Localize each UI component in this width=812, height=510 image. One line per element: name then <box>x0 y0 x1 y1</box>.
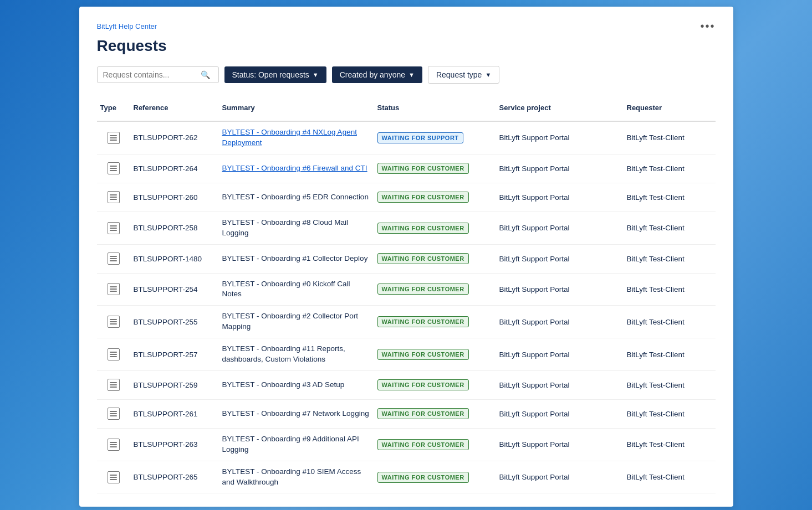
summary-text: BYLTEST - Onboarding #0 Kickoff Call Not… <box>222 280 350 298</box>
request-type-filter-button[interactable]: Request type ▼ <box>428 66 499 84</box>
service-project-cell: BitLyft Support Portal <box>496 375 624 395</box>
table-row: BTLSUPPORT-262BYLTEST - Onboarding #4 NX… <box>97 122 716 154</box>
reference-cell: BTLSUPPORT-255 <box>130 312 219 332</box>
reference-cell: BTLSUPPORT-259 <box>130 375 219 395</box>
table-row: BTLSUPPORT-255BYLTEST - Onboarding #2 Co… <box>97 306 716 338</box>
requester-cell: BitLyft Test-Client <box>624 128 712 147</box>
status-badge: WAITING FOR CUSTOMER <box>377 408 469 419</box>
requester-cell: BitLyft Test-Client <box>624 218 712 238</box>
status-cell: WAITING FOR SUPPORT <box>374 127 496 149</box>
status-badge: WAITING FOR CUSTOMER <box>377 472 469 483</box>
ticket-type-icon <box>108 132 120 144</box>
summary-text: BYLTEST - Onboarding #2 Collector Port M… <box>222 312 359 331</box>
main-container: BitLyft Help Center ••• Requests 🔍 Statu… <box>79 7 733 507</box>
status-cell: WAITING FOR CUSTOMER <box>374 157 496 179</box>
col-header-requester: Requester <box>624 99 712 116</box>
col-header-status: Status <box>374 99 496 116</box>
reference-cell: BTLSUPPORT-261 <box>130 404 219 424</box>
requester-cell: BitLyft Test-Client <box>624 435 712 454</box>
requester-cell: BitLyft Test-Client <box>624 467 712 487</box>
status-badge: WAITING FOR CUSTOMER <box>377 379 469 390</box>
requests-table: Type Reference Summary Status Service pr… <box>97 99 716 493</box>
summary-text: BYLTEST - Onboarding #9 Additional API L… <box>222 435 359 454</box>
more-options-button[interactable]: ••• <box>700 20 715 33</box>
ticket-type-icon <box>108 316 120 328</box>
summary-text: BYLTEST - Onboarding #3 AD Setup <box>222 380 345 389</box>
summary-cell: BYLTEST - Onboarding #11 Reports, dashbo… <box>219 338 374 370</box>
type-cell <box>97 466 130 489</box>
status-cell: WAITING FOR CUSTOMER <box>374 311 496 333</box>
type-cell <box>97 310 130 333</box>
status-cell: WAITING FOR CUSTOMER <box>374 434 496 456</box>
summary-text: BYLTEST - Onboarding #11 Reports, dashbo… <box>222 344 345 363</box>
service-project-cell: BitLyft Support Portal <box>496 188 624 207</box>
ticket-type-icon <box>108 408 120 420</box>
status-filter-chevron-icon: ▼ <box>313 71 319 78</box>
summary-text: BYLTEST - Onboarding #1 Collector Deploy <box>222 254 368 262</box>
service-project-cell: BitLyft Support Portal <box>496 467 624 487</box>
summary-cell[interactable]: BYLTEST - Onboarding #4 NXLog Agent Depl… <box>219 122 374 154</box>
status-filter-label: Status: Open requests <box>232 70 309 79</box>
reference-cell: BTLSUPPORT-264 <box>130 159 219 178</box>
status-badge: WAITING FOR CUSTOMER <box>377 253 469 264</box>
reference-cell: BTLSUPPORT-254 <box>130 280 219 299</box>
status-badge: WAITING FOR CUSTOMER <box>377 316 469 327</box>
table-row: BTLSUPPORT-259BYLTEST - Onboarding #3 AD… <box>97 371 716 400</box>
status-cell: WAITING FOR CUSTOMER <box>374 186 496 208</box>
service-project-cell: BitLyft Support Portal <box>496 404 624 424</box>
reference-cell: BTLSUPPORT-265 <box>130 467 219 487</box>
ticket-type-icon <box>108 439 120 451</box>
table-body: BTLSUPPORT-262BYLTEST - Onboarding #4 NX… <box>97 122 716 493</box>
table-row: BTLSUPPORT-265BYLTEST - Onboarding #10 S… <box>97 461 716 494</box>
col-header-summary: Summary <box>219 99 374 116</box>
table-row: BTLSUPPORT-1480BYLTEST - Onboarding #1 C… <box>97 245 716 274</box>
service-project-cell: BitLyft Support Portal <box>496 280 624 299</box>
summary-cell[interactable]: BYLTEST - Onboarding #6 Firewall and CTI <box>219 158 374 179</box>
type-cell <box>97 126 130 150</box>
table-row: BTLSUPPORT-260BYLTEST - Onboarding #5 ED… <box>97 183 716 212</box>
summary-cell: BYLTEST - Onboarding #0 Kickoff Call Not… <box>219 274 374 306</box>
status-badge: WAITING FOR CUSTOMER <box>377 349 469 360</box>
created-filter-button[interactable]: Created by anyone ▼ <box>332 66 422 83</box>
reference-cell: BTLSUPPORT-263 <box>130 435 219 454</box>
filters-row: 🔍 Status: Open requests ▼ Created by any… <box>97 66 716 84</box>
summary-text: BYLTEST - Onboarding #8 Cloud Mail Loggi… <box>222 218 349 237</box>
ticket-type-icon <box>108 253 120 265</box>
type-cell <box>97 373 130 396</box>
ticket-type-icon <box>108 379 120 391</box>
summary-link[interactable]: BYLTEST - Onboarding #4 NXLog Agent Depl… <box>222 128 357 147</box>
service-project-cell: BitLyft Support Portal <box>496 435 624 454</box>
table-row: BTLSUPPORT-263BYLTEST - Onboarding #9 Ad… <box>97 429 716 461</box>
type-cell <box>97 186 130 209</box>
reference-cell: BTLSUPPORT-262 <box>130 128 219 147</box>
service-project-cell: BitLyft Support Portal <box>496 249 624 269</box>
status-cell: WAITING FOR CUSTOMER <box>374 248 496 270</box>
type-cell <box>97 217 130 240</box>
summary-cell: BYLTEST - Onboarding #2 Collector Port M… <box>219 306 374 338</box>
status-badge: WAITING FOR SUPPORT <box>377 132 463 143</box>
requester-cell: BitLyft Test-Client <box>624 159 712 178</box>
table-row: BTLSUPPORT-261BYLTEST - Onboarding #7 Ne… <box>97 400 716 429</box>
col-header-service-project: Service project <box>496 99 624 116</box>
status-cell: WAITING FOR CUSTOMER <box>374 343 496 365</box>
summary-text: BYLTEST - Onboarding #5 EDR Connection <box>222 193 369 201</box>
reference-cell: BTLSUPPORT-1480 <box>130 249 219 269</box>
status-filter-button[interactable]: Status: Open requests ▼ <box>224 66 326 83</box>
ticket-type-icon <box>108 348 120 360</box>
summary-cell: BYLTEST - Onboarding #7 Network Logging <box>219 403 374 425</box>
service-project-cell: BitLyft Support Portal <box>496 159 624 178</box>
status-badge: WAITING FOR CUSTOMER <box>377 163 469 174</box>
search-box[interactable]: 🔍 <box>97 66 219 83</box>
status-cell: WAITING FOR CUSTOMER <box>374 466 496 488</box>
service-project-cell: BitLyft Support Portal <box>496 218 624 238</box>
status-badge: WAITING FOR CUSTOMER <box>377 439 469 450</box>
status-badge: WAITING FOR CUSTOMER <box>377 192 469 203</box>
type-cell <box>97 433 130 456</box>
app-title: BitLyft Help Center <box>97 22 157 30</box>
reference-cell: BTLSUPPORT-257 <box>130 345 219 364</box>
summary-link[interactable]: BYLTEST - Onboarding #6 Firewall and CTI <box>222 164 367 172</box>
status-badge: WAITING FOR CUSTOMER <box>377 223 469 234</box>
summary-cell: BYLTEST - Onboarding #10 SIEM Access and… <box>219 461 374 493</box>
service-project-cell: BitLyft Support Portal <box>496 345 624 364</box>
search-input[interactable] <box>103 70 197 79</box>
